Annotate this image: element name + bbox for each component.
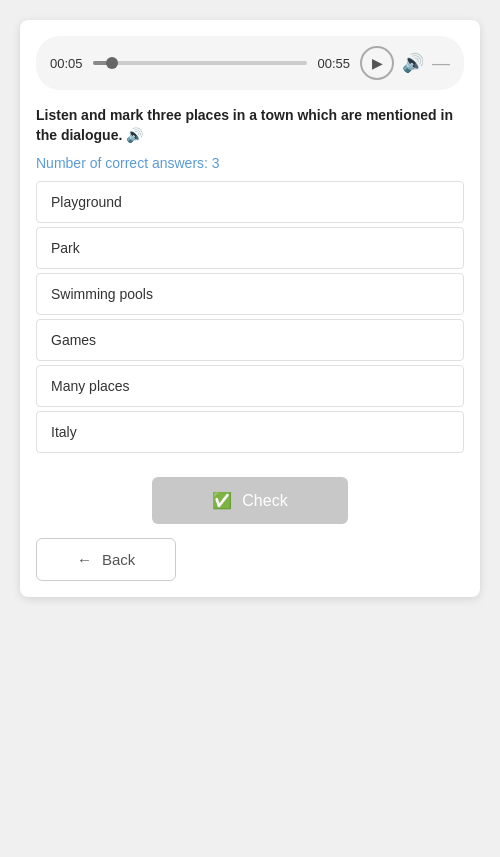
audio-dash: — (432, 53, 450, 74)
audio-progress-bar[interactable] (93, 61, 308, 65)
instructions-content: Listen and mark three places in a town w… (36, 107, 453, 143)
audio-controls: ▶ 🔊 — (360, 46, 450, 80)
instructions-speaker-icon: 🔊 (126, 126, 143, 146)
option-list: Playground Park Swimming pools Games Man… (36, 181, 464, 453)
option-item[interactable]: Swimming pools (36, 273, 464, 315)
option-item[interactable]: Italy (36, 411, 464, 453)
check-button-label: Check (242, 492, 287, 510)
back-button[interactable]: ← Back (36, 538, 176, 581)
audio-player: 00:05 00:55 ▶ 🔊 — (36, 36, 464, 90)
audio-time-end: 00:55 (317, 56, 350, 71)
check-button[interactable]: ✅ Check (152, 477, 347, 524)
back-arrow-icon: ← (77, 551, 92, 568)
option-item[interactable]: Playground (36, 181, 464, 223)
play-button[interactable]: ▶ (360, 46, 394, 80)
back-button-row: ← Back (36, 538, 464, 581)
main-card: 00:05 00:55 ▶ 🔊 — Listen and mark three … (20, 20, 480, 597)
volume-icon[interactable]: 🔊 (402, 52, 424, 74)
option-item[interactable]: Games (36, 319, 464, 361)
audio-time-start: 00:05 (50, 56, 83, 71)
check-button-row: ✅ Check (36, 477, 464, 524)
back-button-label: Back (102, 551, 135, 568)
correct-answers-label: Number of correct answers: 3 (36, 155, 464, 171)
check-icon: ✅ (212, 491, 232, 510)
audio-progress-fill (93, 61, 112, 65)
option-item[interactable]: Many places (36, 365, 464, 407)
instructions-text: Listen and mark three places in a town w… (36, 106, 464, 145)
option-item[interactable]: Park (36, 227, 464, 269)
